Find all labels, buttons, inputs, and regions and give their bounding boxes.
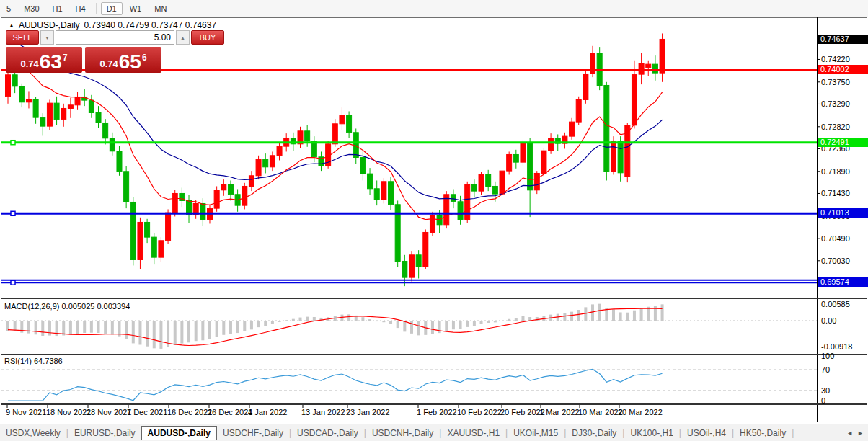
- hline-price-badge: 0.72491: [818, 138, 868, 147]
- price-scale[interactable]: [818, 17, 868, 422]
- tab-hk50-daily[interactable]: HK50-,Daily: [734, 427, 792, 440]
- sell-button[interactable]: SELL: [6, 30, 39, 45]
- rsi-indicator-label: RSI(14) 64.7386: [4, 357, 63, 365]
- tf-button-m30[interactable]: M30: [18, 2, 45, 15]
- chart-ohlc-values: 0.73940 0.74759 0.73747 0.74637: [84, 20, 217, 30]
- tab-usdx-weekly[interactable]: USDX,Weekly: [0, 427, 66, 440]
- rsi-value: 64.7386: [34, 357, 63, 365]
- chart-title: ▲ AUDUSD-,Daily 0.73940 0.74759 0.73747 …: [9, 20, 216, 30]
- tf-button-h1[interactable]: H1: [47, 2, 68, 15]
- macd-indicator-label: MACD(12,26,9) 0.005025 0.003394: [4, 302, 130, 311]
- tab-dj30-daily[interactable]: DJ30-,Daily: [566, 427, 622, 440]
- tf-button-d1[interactable]: D1: [101, 2, 123, 15]
- current-price-badge: 0.74637: [818, 35, 868, 44]
- tab-uk100-h1[interactable]: UK100-,H1: [624, 427, 678, 440]
- symbol-tab-bar: USDX,Weekly| EURUSD-,Daily AUDUSD-,Daily…: [0, 424, 868, 441]
- sell-price-point: 7: [63, 53, 68, 63]
- volume-input[interactable]: [56, 30, 174, 45]
- tab-usdchf-daily[interactable]: USDCHF-,Daily: [217, 427, 289, 440]
- tab-usoil-h4[interactable]: USOil-,H4: [681, 427, 732, 440]
- tab-audusd-daily[interactable]: AUDUSD-,Daily: [141, 426, 217, 440]
- macd-values: 0.005025 0.003394: [61, 302, 130, 311]
- tab-eurusd-daily[interactable]: EURUSD-,Daily: [68, 427, 141, 440]
- buy-button[interactable]: BUY: [191, 30, 224, 45]
- tab-usdcad-daily[interactable]: USDCAD-,Daily: [291, 427, 364, 440]
- timeframe-toolbar: 5 M30 H1 H4 D1 W1 MN: [0, 0, 868, 17]
- volume-increase-button[interactable]: ▲: [176, 30, 190, 45]
- sell-price-display[interactable]: 0.74 63 7: [6, 47, 82, 73]
- buy-price-display[interactable]: 0.74 65 6: [85, 47, 161, 73]
- tf-button-w1[interactable]: W1: [124, 2, 148, 15]
- tf-button-h4[interactable]: H4: [70, 2, 92, 15]
- hline-price-badge: 0.71013: [818, 208, 868, 218]
- spin-down-icon: ▼: [45, 35, 50, 40]
- buy-price-pips: 65: [119, 53, 141, 71]
- sell-price-pips: 63: [40, 53, 62, 71]
- tab-usdcnh-daily[interactable]: USDCNH-,Daily: [366, 427, 439, 440]
- one-click-trading-panel: SELL ▼ ▲ BUY 0.74 63 7 0.74 65 6: [6, 30, 161, 73]
- buy-price-point: 6: [142, 53, 147, 63]
- tf-button-m5[interactable]: 5: [1, 2, 17, 15]
- tab-scroll-right-icon[interactable]: ►: [857, 429, 864, 437]
- tab-separator: |: [792, 428, 794, 438]
- toolbar-separator: [177, 3, 177, 14]
- trading-platform-window: 5 M30 H1 H4 D1 W1 MN ▲ AUDUSD-,Daily 0.7…: [0, 0, 868, 441]
- sell-price-base: 0.74: [20, 58, 38, 69]
- hline-price-badge: 0.69574: [818, 277, 868, 287]
- time-scale[interactable]: [1, 405, 817, 422]
- tf-button-mn[interactable]: MN: [149, 2, 172, 15]
- collapse-arrow-icon[interactable]: ▲: [9, 22, 14, 29]
- tab-ukoil-m15[interactable]: UKOil-,M15: [508, 427, 564, 440]
- spin-up-icon: ▲: [180, 35, 185, 40]
- tab-scroll-left-icon[interactable]: ◄: [846, 429, 853, 437]
- tab-xauusd-h1[interactable]: XAUUSD-,H1: [441, 427, 505, 440]
- toolbar-separator: [96, 3, 97, 14]
- buy-price-base: 0.74: [99, 58, 118, 69]
- chart-symbol-label: AUDUSD-,Daily: [19, 20, 80, 30]
- hline-price-badge: 0.74002: [818, 65, 868, 74]
- volume-decrease-button[interactable]: ▼: [40, 30, 54, 45]
